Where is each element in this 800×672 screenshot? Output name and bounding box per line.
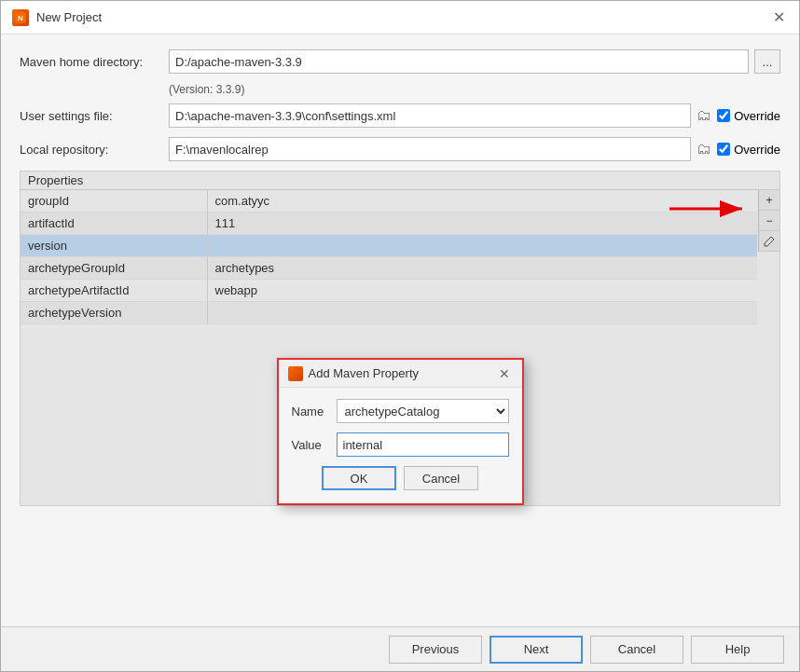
- user-settings-row: User settings file: 🗂 Override: [20, 103, 780, 128]
- svg-text:N: N: [18, 14, 23, 22]
- user-settings-input[interactable]: [169, 103, 691, 128]
- modal-value-input[interactable]: [337, 432, 509, 457]
- local-repo-input[interactable]: [169, 137, 691, 161]
- local-repo-folder-icon: 🗂: [697, 141, 711, 158]
- content-area: Maven home directory: ... (Version: 3.3.…: [1, 34, 799, 626]
- maven-home-input-group: ...: [169, 49, 780, 74]
- user-settings-folder-icon: 🗂: [697, 107, 711, 124]
- modal-buttons: OK Cancel: [292, 466, 509, 494]
- version-text: (Version: 3.3.9): [169, 83, 780, 96]
- local-repo-override-group: Override: [717, 143, 780, 157]
- close-icon[interactable]: ✕: [769, 8, 788, 27]
- previous-button[interactable]: Previous: [389, 636, 482, 664]
- bottom-bar: Previous Next Cancel Help: [1, 626, 799, 671]
- add-maven-property-dialog: Add Maven Property ✕ Name archetypeCatal…: [277, 358, 524, 505]
- maven-home-input[interactable]: [169, 49, 749, 74]
- maven-home-row: Maven home directory: ...: [20, 49, 780, 74]
- modal-close-button[interactable]: ✕: [496, 365, 513, 382]
- modal-value-row: Value: [292, 432, 509, 457]
- local-repo-input-group: 🗂 Override: [169, 137, 780, 161]
- maven-home-label: Maven home directory:: [20, 55, 169, 69]
- modal-name-select[interactable]: archetypeCatalog groupId artifactId vers…: [337, 399, 509, 423]
- app-icon: N: [12, 9, 29, 26]
- help-button[interactable]: Help: [691, 636, 784, 664]
- properties-section: Properties groupIdcom.atyycartifactId111…: [20, 171, 780, 506]
- user-settings-input-group: 🗂 Override: [169, 103, 780, 128]
- cancel-button[interactable]: Cancel: [590, 636, 683, 664]
- main-window: N New Project ✕ Maven home directory: ..…: [0, 0, 800, 672]
- user-settings-label: User settings file:: [20, 109, 169, 123]
- next-button[interactable]: Next: [490, 636, 583, 664]
- modal-overlay: Add Maven Property ✕ Name archetypeCatal…: [21, 171, 779, 505]
- modal-name-row: Name archetypeCatalog groupId artifactId…: [292, 399, 509, 423]
- title-bar-left: N New Project: [12, 9, 102, 26]
- local-repo-label: Local repository:: [20, 143, 169, 157]
- user-settings-override-group: Override: [717, 109, 780, 123]
- modal-title-text: Add Maven Property: [309, 366, 420, 380]
- maven-home-browse-button[interactable]: ...: [754, 49, 780, 74]
- local-repo-override-checkbox[interactable]: [717, 143, 730, 156]
- modal-ok-button[interactable]: OK: [322, 466, 396, 490]
- modal-title-left: Add Maven Property: [288, 366, 420, 381]
- title-bar: N New Project ✕: [1, 1, 799, 34]
- user-settings-override-checkbox[interactable]: [717, 109, 730, 122]
- local-repo-override-label: Override: [734, 143, 780, 157]
- modal-cancel-button[interactable]: Cancel: [404, 466, 478, 490]
- window-title: New Project: [36, 10, 102, 24]
- modal-app-icon: [288, 366, 303, 381]
- local-repo-row: Local repository: 🗂 Override: [20, 137, 780, 161]
- user-settings-override-label: Override: [734, 109, 780, 123]
- modal-title-bar: Add Maven Property ✕: [279, 360, 522, 388]
- modal-name-label: Name: [292, 405, 329, 418]
- modal-value-label: Value: [292, 438, 329, 452]
- modal-body: Name archetypeCatalog groupId artifactId…: [279, 388, 522, 503]
